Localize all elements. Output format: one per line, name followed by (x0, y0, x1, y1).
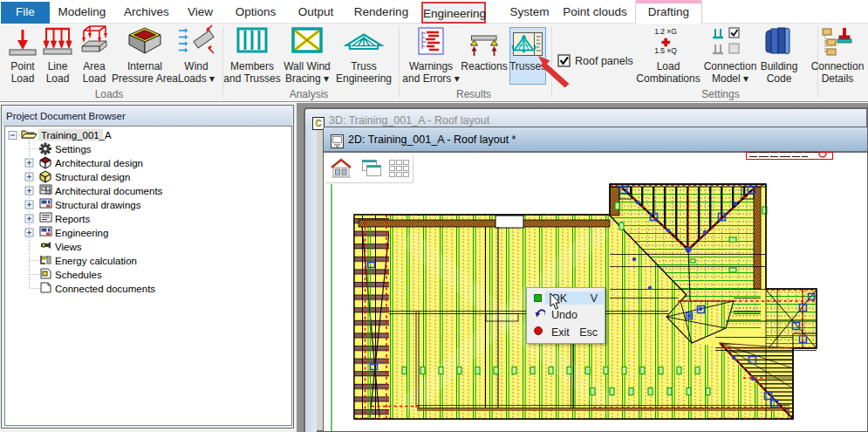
svg-text:Schedules: Schedules (55, 270, 102, 280)
svg-text:Training_001_A: Training_001_A (41, 130, 112, 141)
svg-text:1.5 ×Q: 1.5 ×Q (654, 46, 677, 55)
svg-text:Connected documents: Connected documents (55, 284, 155, 294)
svg-text:Reports: Reports (55, 214, 91, 224)
svg-text:Settings: Settings (55, 144, 92, 154)
svg-text:Structural design: Structural design (55, 172, 130, 182)
svg-text:Views: Views (55, 242, 82, 252)
svg-text:1.2 ×G: 1.2 ×G (654, 27, 677, 36)
svg-text:Engineering: Engineering (55, 228, 108, 238)
svg-text:Architectural documents: Architectural documents (55, 186, 163, 196)
svg-text:Energy calculation: Energy calculation (55, 256, 137, 266)
svg-text:Roof panels: Roof panels (575, 55, 633, 67)
svg-text:C: C (315, 119, 321, 128)
svg-text:Structural drawings: Structural drawings (55, 200, 141, 210)
svg-text:Architectural design: Architectural design (55, 158, 143, 168)
